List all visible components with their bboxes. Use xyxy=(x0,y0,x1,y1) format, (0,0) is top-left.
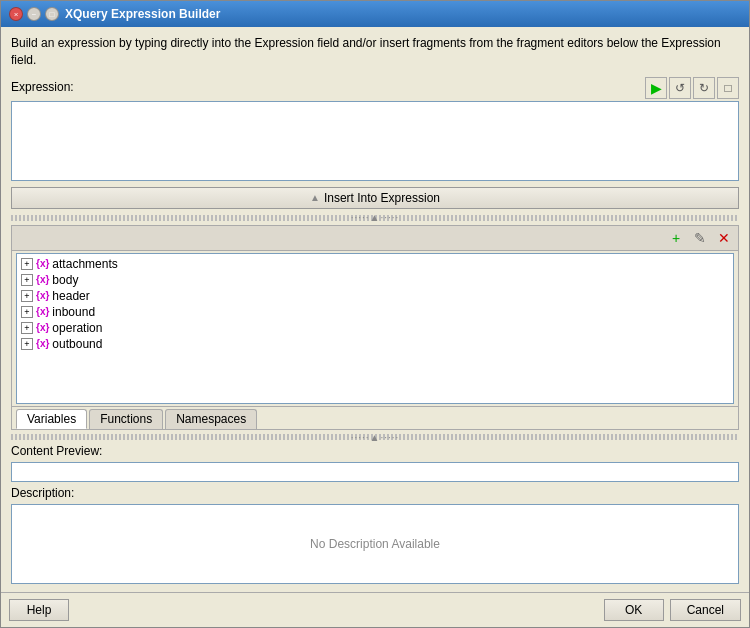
tree-item-label: attachments xyxy=(52,257,117,271)
arrow-up-icon: ▲ xyxy=(310,192,320,203)
tree-item[interactable]: + {x} attachments xyxy=(19,256,731,272)
ok-button[interactable]: OK xyxy=(604,599,664,621)
tree-item-label: header xyxy=(52,289,89,303)
bottom-section: Content Preview: Description: No Descrip… xyxy=(11,444,739,584)
expression-label: Expression: xyxy=(11,80,74,94)
node-icon: {x} xyxy=(36,258,49,269)
doc-button[interactable]: □ xyxy=(717,77,739,99)
undo-button[interactable]: ↺ xyxy=(669,77,691,99)
cancel-button[interactable]: Cancel xyxy=(670,599,741,621)
content-preview-input[interactable] xyxy=(11,462,739,482)
description-area: Description: No Description Available xyxy=(11,486,739,584)
play-button[interactable]: ▶ xyxy=(645,77,667,99)
description-text: Build an expression by typing directly i… xyxy=(11,35,739,69)
expression-input[interactable] xyxy=(11,101,739,181)
tab-functions[interactable]: Functions xyxy=(89,409,163,429)
expand-icon: + xyxy=(21,338,33,350)
insert-button-label: Insert Into Expression xyxy=(324,191,440,205)
tree-item[interactable]: + {x} inbound xyxy=(19,304,731,320)
node-icon: {x} xyxy=(36,322,49,333)
minimize-button[interactable]: − xyxy=(27,7,41,21)
tree-item[interactable]: + {x} header xyxy=(19,288,731,304)
tree-item-label: inbound xyxy=(52,305,95,319)
expand-icon: + xyxy=(21,322,33,334)
node-icon: {x} xyxy=(36,274,49,285)
tab-variables[interactable]: Variables xyxy=(16,409,87,429)
main-window: × − □ XQuery Expression Builder Build an… xyxy=(0,0,750,628)
description-box: No Description Available xyxy=(11,504,739,584)
title-bar: × − □ XQuery Expression Builder xyxy=(1,1,749,27)
tab-namespaces[interactable]: Namespaces xyxy=(165,409,257,429)
tree-item[interactable]: + {x} body xyxy=(19,272,731,288)
node-icon: {x} xyxy=(36,338,49,349)
tree-item-label: operation xyxy=(52,321,102,335)
tree-item-label: outbound xyxy=(52,337,102,351)
content-preview-row: Content Preview: xyxy=(11,444,739,482)
delete-fragment-button[interactable]: ✕ xyxy=(714,228,734,248)
bottom-splitter-dots: ·····▲····· xyxy=(351,432,400,443)
tree-area: + {x} attachments + {x} body + {x} heade… xyxy=(16,253,734,404)
expression-section: Expression: ▶ ↺ ↻ □ xyxy=(11,77,739,181)
window-title: XQuery Expression Builder xyxy=(65,7,741,21)
tree-item[interactable]: + {x} outbound xyxy=(19,336,731,352)
undo-icon: ↺ xyxy=(675,81,685,95)
bottom-splitter[interactable]: ·····▲····· xyxy=(11,434,739,440)
window-controls: × − □ xyxy=(9,7,59,21)
help-button[interactable]: Help xyxy=(9,599,69,621)
close-button[interactable]: × xyxy=(9,7,23,21)
tree-item-label: body xyxy=(52,273,78,287)
expand-icon: + xyxy=(21,274,33,286)
tabs-row: VariablesFunctionsNamespaces xyxy=(12,406,738,429)
redo-button[interactable]: ↻ xyxy=(693,77,715,99)
expression-header: Expression: ▶ ↺ ↻ □ xyxy=(11,77,739,99)
fragment-section: + ✎ ✕ + {x} attachments + {x} body + {x}… xyxy=(11,225,739,430)
doc-icon: □ xyxy=(724,81,731,95)
no-description-text: No Description Available xyxy=(310,537,440,551)
maximize-button[interactable]: □ xyxy=(45,7,59,21)
fragment-toolbar: + ✎ ✕ xyxy=(12,226,738,251)
expression-toolbar: ▶ ↺ ↻ □ xyxy=(645,77,739,99)
expand-icon: + xyxy=(21,306,33,318)
play-icon: ▶ xyxy=(651,80,662,96)
node-icon: {x} xyxy=(36,306,49,317)
description-label: Description: xyxy=(11,486,739,500)
expand-icon: + xyxy=(21,258,33,270)
content-preview-label: Content Preview: xyxy=(11,444,739,458)
insert-btn-row: ▲ Insert Into Expression xyxy=(11,185,739,211)
add-fragment-button[interactable]: + xyxy=(666,228,686,248)
splitter-dots: ·····▲····· xyxy=(351,212,400,223)
window-content: Build an expression by typing directly i… xyxy=(1,27,749,592)
redo-icon: ↻ xyxy=(699,81,709,95)
button-bar: Help OK Cancel xyxy=(1,592,749,627)
expand-icon: + xyxy=(21,290,33,302)
right-buttons: OK Cancel xyxy=(604,599,741,621)
node-icon: {x} xyxy=(36,290,49,301)
top-splitter[interactable]: ·····▲····· xyxy=(11,215,739,221)
tree-item[interactable]: + {x} operation xyxy=(19,320,731,336)
edit-fragment-button[interactable]: ✎ xyxy=(690,228,710,248)
insert-button[interactable]: ▲ Insert Into Expression xyxy=(11,187,739,209)
